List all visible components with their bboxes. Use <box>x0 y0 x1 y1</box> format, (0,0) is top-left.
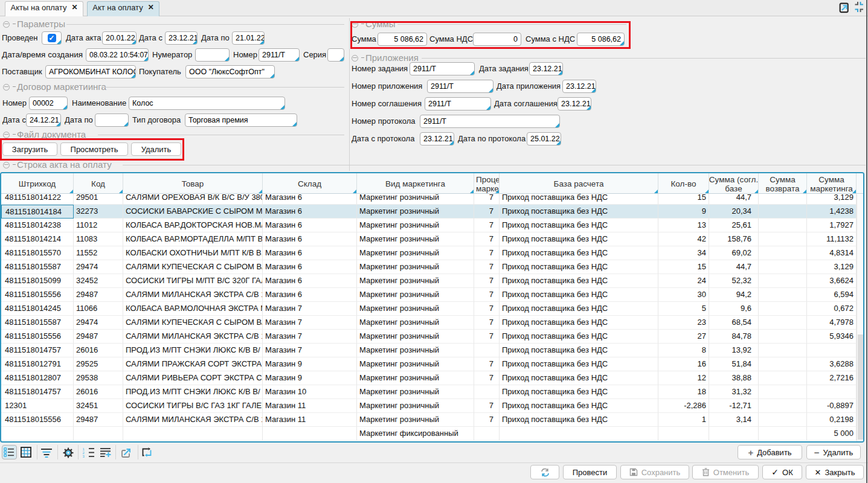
svg-text:3: 3 <box>83 455 85 458</box>
